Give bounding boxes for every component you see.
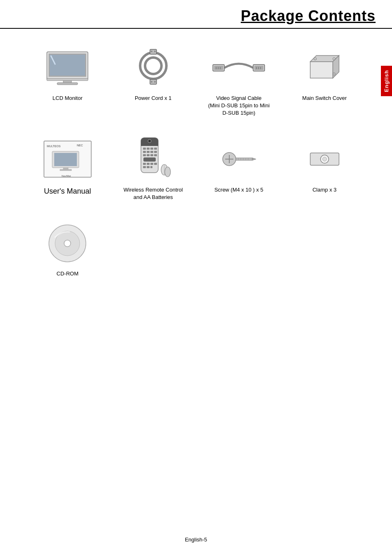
item-power-cord: Power Cord x 1 (111, 41, 196, 125)
svg-point-84 (323, 157, 327, 161)
svg-point-87 (64, 240, 71, 247)
svg-rect-16 (214, 66, 223, 70)
svg-rect-57 (143, 154, 146, 156)
svg-rect-60 (154, 154, 157, 156)
svg-point-22 (216, 68, 217, 69)
lcd-monitor-image (41, 45, 94, 90)
item-users-manual: NEC MULTEOS Nav/Mat User's Manual (25, 133, 111, 208)
clamp-image (298, 137, 351, 182)
svg-rect-2 (50, 55, 85, 76)
svg-rect-43 (60, 169, 71, 171)
svg-rect-54 (147, 151, 150, 153)
video-cable-label: Video Signal Cable(Mini D-SUB 15pin to M… (208, 95, 270, 117)
svg-text:NEC: NEC (77, 144, 83, 147)
lcd-monitor-label: LCD Monitor (53, 95, 83, 102)
page-footer: English-5 (0, 536, 392, 543)
svg-point-14 (154, 81, 156, 83)
svg-point-23 (218, 68, 219, 69)
svg-point-8 (145, 58, 161, 74)
svg-point-26 (258, 67, 259, 68)
svg-text:Nav/Mat: Nav/Mat (62, 175, 71, 177)
svg-rect-52 (154, 148, 157, 150)
svg-point-24 (220, 68, 221, 69)
svg-rect-47 (141, 143, 158, 146)
item-screw: Screw (M4 x 10 ) x 5 (196, 133, 282, 208)
svg-rect-31 (310, 62, 333, 78)
main-switch-cover-image (298, 45, 351, 90)
svg-rect-63 (147, 163, 150, 165)
svg-rect-56 (154, 151, 157, 153)
item-lcd-monitor: LCD Monitor (25, 41, 111, 125)
svg-point-10 (151, 51, 152, 52)
power-cord-image (127, 45, 180, 90)
cd-rom-label: CD-ROM (57, 270, 78, 278)
svg-point-11 (154, 51, 156, 52)
svg-rect-50 (147, 148, 150, 150)
svg-rect-68 (150, 166, 152, 168)
svg-rect-58 (147, 154, 150, 156)
users-manual-label: User's Manual (44, 186, 91, 197)
svg-rect-51 (150, 148, 153, 150)
svg-rect-59 (150, 154, 153, 156)
svg-marker-81 (252, 158, 256, 160)
svg-point-27 (260, 67, 261, 68)
svg-rect-6 (47, 79, 88, 81)
svg-rect-64 (150, 163, 153, 165)
item-clamp: Clamp x 3 (282, 133, 368, 208)
clamp-label: Clamp x 3 (312, 186, 337, 194)
svg-point-71 (165, 167, 171, 177)
footer-text: English-5 (185, 536, 207, 543)
item-cd-rom: CD-ROM (25, 217, 111, 285)
power-cord-label: Power Cord x 1 (135, 95, 172, 102)
cd-rom-image (41, 221, 94, 266)
svg-rect-53 (143, 151, 146, 153)
svg-rect-41 (54, 153, 77, 166)
svg-rect-67 (147, 166, 150, 168)
screw-label: Screw (M4 x 10 ) x 5 (214, 186, 263, 194)
svg-rect-49 (143, 148, 146, 150)
svg-rect-66 (143, 166, 146, 168)
language-tab: English (381, 66, 392, 96)
svg-text:MULTEOS: MULTEOS (47, 145, 61, 148)
svg-rect-55 (150, 151, 153, 153)
svg-point-48 (148, 139, 151, 143)
svg-rect-65 (154, 163, 157, 165)
svg-rect-61 (143, 157, 156, 162)
svg-point-25 (256, 67, 257, 68)
wireless-remote-label: Wireless Remote Controland AA Batteries (124, 186, 183, 201)
svg-rect-18 (254, 66, 263, 70)
page-header: Package Contents (0, 0, 392, 29)
svg-rect-62 (143, 163, 146, 165)
svg-point-28 (256, 68, 257, 69)
svg-point-30 (260, 68, 261, 69)
wireless-remote-image (127, 137, 180, 182)
svg-point-29 (258, 68, 259, 69)
video-cable-image (212, 45, 265, 90)
item-video-cable: Video Signal Cable(Mini D-SUB 15pin to M… (196, 41, 282, 125)
svg-point-21 (220, 67, 221, 68)
page-title: Package Contents (241, 7, 376, 25)
content-area: LCD Monitor Power Cord x (0, 29, 392, 301)
svg-point-20 (218, 67, 219, 68)
svg-rect-5 (57, 83, 78, 85)
item-main-switch-cover: Main Switch Cover (282, 41, 368, 125)
item-wireless-remote: Wireless Remote Controland AA Batteries (111, 133, 196, 208)
users-manual-image: NEC MULTEOS Nav/Mat (41, 137, 94, 182)
screw-image (212, 137, 265, 182)
svg-point-13 (151, 81, 152, 83)
main-switch-cover-label: Main Switch Cover (302, 95, 347, 102)
svg-point-19 (216, 67, 217, 68)
